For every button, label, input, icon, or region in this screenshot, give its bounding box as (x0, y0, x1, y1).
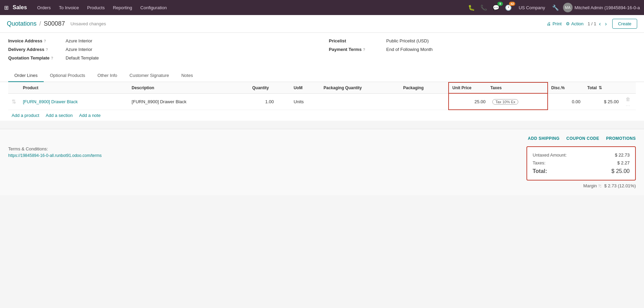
row-actions-cell[interactable]: 🗑 … (622, 93, 636, 110)
row-drag-handle[interactable]: ⇅ (12, 99, 16, 105)
breadcrumb-parent[interactable]: Quotations (7, 20, 37, 27)
coupon-code-link[interactable]: COUPON CODE (566, 136, 599, 141)
prev-page-button[interactable]: ‹ (598, 20, 602, 28)
pack-qty-cell[interactable] (320, 93, 400, 110)
row-handle-cell[interactable]: ⇅ (8, 93, 19, 110)
tabs-bar: Order Lines Optional Products Other Info… (0, 69, 644, 82)
pricelist-row: Pricelist Public Pricelist (USD) (329, 38, 636, 43)
untaxed-amount-row: Untaxed Amount: $ 22.73 (533, 151, 630, 159)
product-link[interactable]: [FURN_8900] Drawer Black (23, 99, 78, 104)
quantity-cell[interactable]: 1.00 (249, 93, 290, 110)
col-packqty-header: Packaging Quantity (320, 82, 400, 93)
taxes-amount-label: Taxes: (533, 160, 546, 165)
quotation-template-label: Quotation Template ? (8, 55, 63, 61)
quotation-template-value[interactable]: Default Template (66, 55, 99, 61)
phone-icon[interactable]: 📞 (479, 3, 489, 12)
invoice-address-label: Invoice Address ? (8, 38, 63, 43)
wrench-icon[interactable]: 🔧 (551, 3, 560, 12)
add-note-link[interactable]: Add a note (79, 113, 101, 118)
total-sort-icon[interactable]: ⇅ (599, 85, 602, 90)
col-disc-header: Disc.% (548, 82, 584, 93)
col-packaging-header: Packaging (400, 82, 449, 93)
add-shipping-link[interactable]: ADD SHIPPING (528, 136, 560, 141)
totals-box: Untaxed Amount: $ 22.73 Taxes: $ 2.27 To… (526, 146, 636, 188)
taxes-cell[interactable]: Tax 10% Ex (489, 93, 547, 110)
invoice-address-row: Invoice Address ? Azure Interior (8, 38, 315, 43)
chat-icon[interactable]: 💬 9 (491, 3, 501, 12)
activity-icon[interactable]: 🕐 42 (504, 3, 513, 12)
uom-cell[interactable]: Units (290, 93, 320, 110)
col-quantity-header: Quantity (249, 82, 290, 93)
total-row: Total: $ 25.00 (533, 167, 630, 176)
packaging-cell[interactable] (400, 93, 449, 110)
template-help-icon[interactable]: ? (51, 56, 53, 60)
terms-link[interactable]: https://19845894-16-0-all.runbot91.odoo.… (8, 153, 102, 158)
summary-bottom: Terms & Conditions: https://19845894-16-… (8, 146, 636, 188)
bug-icon[interactable]: 🐛 (467, 3, 476, 12)
form-section: Invoice Address ? Azure Interior Deliver… (0, 33, 644, 69)
nav-products[interactable]: Products (84, 3, 108, 12)
invoice-address-value[interactable]: Azure Interior (66, 38, 92, 43)
delete-row-icon[interactable]: 🗑 (626, 96, 630, 102)
invoice-help-icon[interactable]: ? (44, 39, 46, 43)
user-name: Mitchell Admin (19845894-16-0-a (575, 5, 640, 10)
col-actions-header (622, 82, 636, 93)
payment-terms-label: Payment Terms ? (329, 47, 384, 52)
delivery-address-value[interactable]: Azure Interior (66, 47, 92, 52)
grid-icon[interactable]: ⊞ (4, 4, 9, 11)
nav-to-invoice[interactable]: To Invoice (56, 3, 83, 12)
user-avatar: MA (563, 3, 573, 12)
quotation-template-row: Quotation Template ? Default Template (8, 55, 315, 61)
action-button[interactable]: ⚙ Action (566, 21, 584, 26)
breadcrumb-bar: Quotations / S00087 Unsaved changes 🖨 Pr… (0, 15, 644, 33)
create-button[interactable]: Create (612, 19, 637, 29)
section-spacer (0, 121, 644, 129)
payment-help-icon[interactable]: ? (363, 48, 365, 52)
user-menu[interactable]: MA Mitchell Admin (19845894-16-0-a (563, 3, 640, 12)
disc-cell[interactable]: 0.00 (548, 93, 584, 110)
right-col: Pricelist Public Pricelist (USD) Payment… (329, 38, 636, 64)
add-section-link[interactable]: Add a section (46, 113, 73, 118)
add-row-section: Add a product Add a section Add a note (8, 110, 636, 121)
summary-section: ADD SHIPPING COUPON CODE PROMOTIONS Term… (0, 129, 644, 195)
tab-other-info[interactable]: Other Info (91, 69, 123, 82)
payment-terms-value[interactable]: End of Following Month (386, 47, 433, 52)
chat-badge: 9 (497, 2, 503, 6)
col-taxes-header: Taxes (489, 82, 547, 93)
company-name[interactable]: US Company (516, 5, 548, 10)
delivery-address-label: Delivery Address ? (8, 47, 63, 52)
tab-optional-products[interactable]: Optional Products (44, 69, 91, 82)
add-product-link[interactable]: Add a product (12, 113, 39, 118)
brand-name[interactable]: Sales (13, 4, 27, 11)
nav-orders[interactable]: Orders (34, 3, 54, 12)
margin-help-icon[interactable]: ? (598, 184, 600, 188)
terms-section: Terms & Conditions: https://19845894-16-… (8, 146, 518, 158)
tax-badge[interactable]: Tax 10% Ex (492, 99, 518, 105)
description-cell[interactable]: [FURN_8900] Drawer Black (128, 93, 249, 110)
promotions-link[interactable]: PROMOTIONS (606, 136, 636, 141)
more-actions-icon[interactable]: … (626, 102, 630, 107)
col-handle-header (8, 82, 19, 93)
product-cell[interactable]: [FURN_8900] Drawer Black (19, 93, 128, 110)
tab-customer-signature[interactable]: Customer Signature (123, 69, 175, 82)
col-unitprice-header: Unit Price (449, 82, 489, 93)
pricelist-label: Pricelist (329, 38, 384, 43)
total-label: Total: (533, 168, 547, 174)
table-header-row: Product Description Quantity UoM Packagi… (8, 82, 636, 93)
tab-notes[interactable]: Notes (175, 69, 199, 82)
pagination: 1 / 1 ‹ › (588, 20, 608, 28)
delivery-help-icon[interactable]: ? (46, 48, 48, 52)
pricelist-value[interactable]: Public Pricelist (USD) (386, 38, 429, 43)
top-navigation: ⊞ Sales Orders To Invoice Products Repor… (0, 0, 644, 15)
unit-price-cell[interactable]: 25.00 (449, 93, 489, 110)
tab-order-lines[interactable]: Order Lines (8, 69, 44, 82)
taxes-amount-value: $ 2.27 (602, 160, 630, 165)
breadcrumb-separator: / (39, 20, 41, 27)
order-lines-table: Product Description Quantity UoM Packagi… (8, 82, 636, 110)
next-page-button[interactable]: › (604, 20, 608, 28)
nav-configuration[interactable]: Configuration (137, 3, 170, 12)
nav-reporting[interactable]: Reporting (109, 3, 135, 12)
col-product-header: Product (19, 82, 128, 93)
delivery-address-row: Delivery Address ? Azure Interior (8, 47, 315, 52)
print-button[interactable]: 🖨 Print (547, 21, 562, 26)
